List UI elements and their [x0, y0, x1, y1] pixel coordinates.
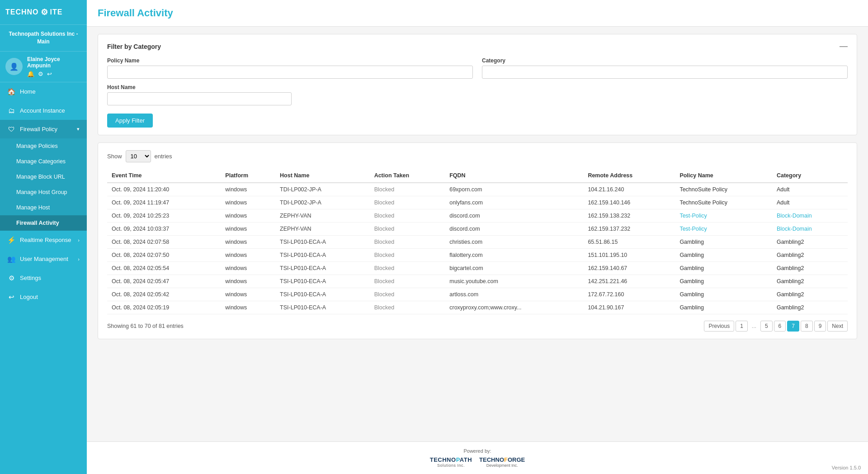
sidebar-item-realtime-response[interactable]: ⚡ Realtime Response ›	[0, 231, 87, 250]
cell-fqdn: discord.com	[445, 209, 583, 223]
cell-event-time: Oct. 08, 2024 02:07:58	[107, 236, 221, 249]
pagination-page-9[interactable]: 9	[814, 321, 826, 332]
technopath-text: TECHNOPATH	[430, 456, 472, 463]
sidebar-item-logout[interactable]: ↩ Logout	[0, 288, 87, 307]
sidebar-item-settings[interactable]: ⚙ Settings	[0, 269, 87, 288]
bell-icon[interactable]: 🔔	[27, 71, 34, 77]
col-action-taken: Action Taken	[370, 169, 445, 183]
chevron-right-icon: ›	[78, 256, 80, 262]
host-name-label: Host Name	[107, 84, 292, 90]
cell-action: Blocked	[370, 183, 445, 196]
sidebar-item-label: Logout	[20, 294, 38, 300]
cell-host-name: TSI-LP010-ECA-A	[275, 301, 370, 314]
pagination-page-6[interactable]: 6	[774, 321, 786, 332]
sidebar-item-manage-host[interactable]: Manage Host	[0, 200, 87, 215]
cell-fqdn: 69xporn.com	[445, 183, 583, 196]
category-input[interactable]	[482, 66, 848, 79]
main-body: Filter by Category — Policy Name Categor…	[87, 27, 868, 441]
settings-icon[interactable]: ⚙	[38, 71, 43, 77]
cell-remote-address: 162.159.140.146	[583, 196, 675, 209]
technoforge-logo: TECHNOFORGE Development Inc.	[479, 456, 525, 468]
pagination-page-5[interactable]: 5	[760, 321, 773, 332]
col-fqdn: FQDN	[445, 169, 583, 183]
cell-fqdn: artloss.com	[445, 288, 583, 301]
cell-remote-address: 104.21.16.240	[583, 183, 675, 196]
sidebar-item-label: Home	[20, 88, 36, 95]
submenu-label: Manage Policies	[16, 143, 58, 149]
cell-remote-address: 162.159.138.232	[583, 209, 675, 223]
cell-category: Adult	[772, 196, 848, 209]
entries-label: entries	[155, 153, 172, 160]
col-category: Category	[772, 169, 848, 183]
collapse-button[interactable]: —	[840, 42, 848, 51]
pagination-page-7[interactable]: 7	[787, 321, 799, 332]
version-text: Version 1.5.0	[832, 465, 861, 470]
sidebar-item-manage-host-group[interactable]: Manage Host Group	[0, 185, 87, 200]
pagination-previous[interactable]: Previous	[704, 321, 734, 332]
cell-action: Blocked	[370, 275, 445, 288]
sidebar-item-manage-categories[interactable]: Manage Categories	[0, 154, 87, 169]
gear-icon: ⚙	[41, 7, 48, 17]
table-row: Oct. 09, 2024 10:03:37 windows ZEPHY-VAN…	[107, 223, 848, 236]
cell-event-time: Oct. 08, 2024 02:07:50	[107, 249, 221, 262]
table-card: Show 10 25 50 100 entries Event Time Pla…	[98, 142, 857, 339]
cell-fqdn: croxyproxy.com;www.croxy...	[445, 301, 583, 314]
filter-title-text: Filter by Category	[107, 43, 161, 50]
col-platform: Platform	[221, 169, 275, 183]
chevron-down-icon: ▾	[77, 126, 80, 132]
submenu-label: Manage Host Group	[16, 189, 67, 195]
settings-nav-icon: ⚙	[7, 274, 15, 282]
cell-remote-address: 172.67.72.160	[583, 288, 675, 301]
cell-category: Gambling2	[772, 301, 848, 314]
sidebar-item-home[interactable]: 🏠 Home	[0, 82, 87, 101]
pagination-page-8[interactable]: 8	[801, 321, 813, 332]
sidebar-org: Technopath Solutions Inc - Main	[0, 25, 87, 52]
cell-host-name: TSI-LP010-ECA-A	[275, 249, 370, 262]
table-footer: Showing 61 to 70 of 81 entries Previous …	[107, 321, 848, 332]
col-event-time: Event Time	[107, 169, 221, 183]
cell-host-name: TSI-LP010-ECA-A	[275, 262, 370, 275]
footer-text: Showing 61 to 70 of 81 entries	[107, 323, 184, 329]
cell-policy-name: TechnoSuite Policy	[675, 183, 772, 196]
table-row: Oct. 08, 2024 02:05:47 windows TSI-LP010…	[107, 275, 848, 288]
cell-remote-address: 104.21.90.167	[583, 301, 675, 314]
table-row: Oct. 08, 2024 02:05:42 windows TSI-LP010…	[107, 288, 848, 301]
footer-logos: TECHNOPATH Solutions Inc. TECHNOFORGE De…	[98, 456, 857, 468]
cell-host-name: TSI-LP010-ECA-A	[275, 236, 370, 249]
users-icon: 👥	[7, 255, 15, 263]
host-name-input[interactable]	[107, 92, 292, 105]
cell-host-name: TDI-LP002-JP-A	[275, 196, 370, 209]
cell-event-time: Oct. 09, 2024 11:19:47	[107, 196, 221, 209]
col-remote-address: Remote Address	[583, 169, 675, 183]
sidebar-item-user-management[interactable]: 👥 User Management ›	[0, 250, 87, 269]
sidebar-item-firewall-policy[interactable]: 🛡 Firewall Policy ▾	[0, 120, 87, 138]
technopath-logo: TECHNOPATH Solutions Inc.	[430, 456, 472, 468]
main-content: Firewall Activity Filter by Category — P…	[87, 0, 868, 474]
submenu-label: Manage Block URL	[16, 174, 65, 180]
sidebar-item-manage-block-url[interactable]: Manage Block URL	[0, 169, 87, 185]
technoforge-sub: Development Inc.	[479, 463, 525, 468]
account-icon: 🗂	[7, 107, 15, 114]
sidebar-item-manage-policies[interactable]: Manage Policies	[0, 138, 87, 154]
pagination-next[interactable]: Next	[827, 321, 848, 332]
home-icon: 🏠	[7, 88, 15, 96]
policy-name-input[interactable]	[107, 66, 473, 79]
cell-platform: windows	[221, 209, 275, 223]
sidebar-item-label: Firewall Policy	[20, 126, 57, 133]
policy-name-label: Policy Name	[107, 57, 473, 64]
pagination-page-1[interactable]: 1	[736, 321, 748, 332]
cell-host-name: ZEPHY-VAN	[275, 209, 370, 223]
user-action-icons: 🔔 ⚙ ↩	[27, 71, 81, 77]
entries-select[interactable]: 10 25 50 100	[126, 150, 151, 162]
sidebar-item-account-instance[interactable]: 🗂 Account Instance	[0, 101, 87, 120]
pagination-ellipsis: ...	[749, 321, 759, 331]
cell-host-name: TDI-LP002-JP-A	[275, 183, 370, 196]
logout-icon[interactable]: ↩	[47, 71, 52, 77]
logo-text: TECHNO	[5, 8, 39, 16]
cell-platform: windows	[221, 223, 275, 236]
sidebar-item-firewall-activity[interactable]: Firewall Activity	[0, 215, 87, 231]
apply-filter-button[interactable]: Apply Filter	[107, 114, 153, 128]
cell-fqdn: music.youtube.com	[445, 275, 583, 288]
logo-text2: ITE	[50, 8, 63, 16]
sidebar-item-label: Settings	[20, 275, 41, 281]
